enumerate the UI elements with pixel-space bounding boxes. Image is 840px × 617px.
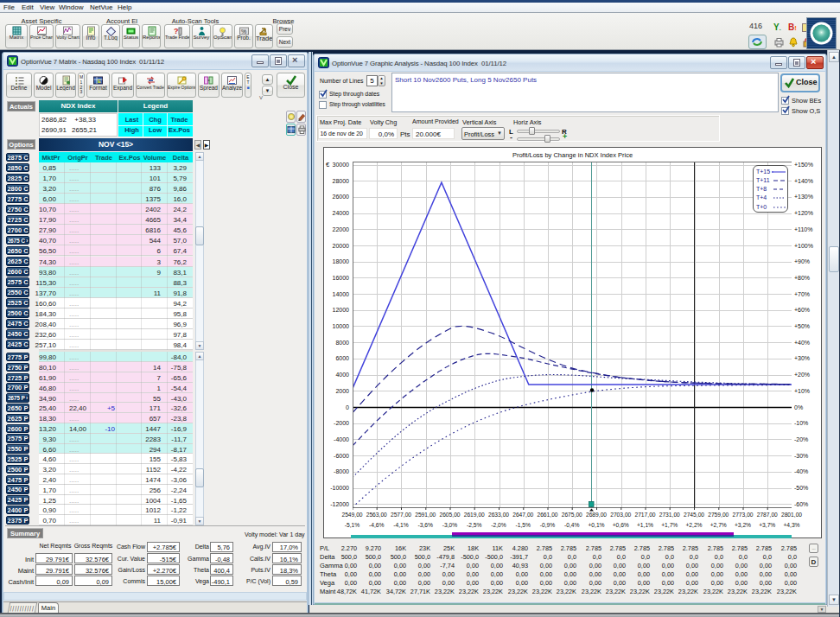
svg-text:%: % xyxy=(241,29,246,35)
svg-text:E: E xyxy=(98,79,101,84)
